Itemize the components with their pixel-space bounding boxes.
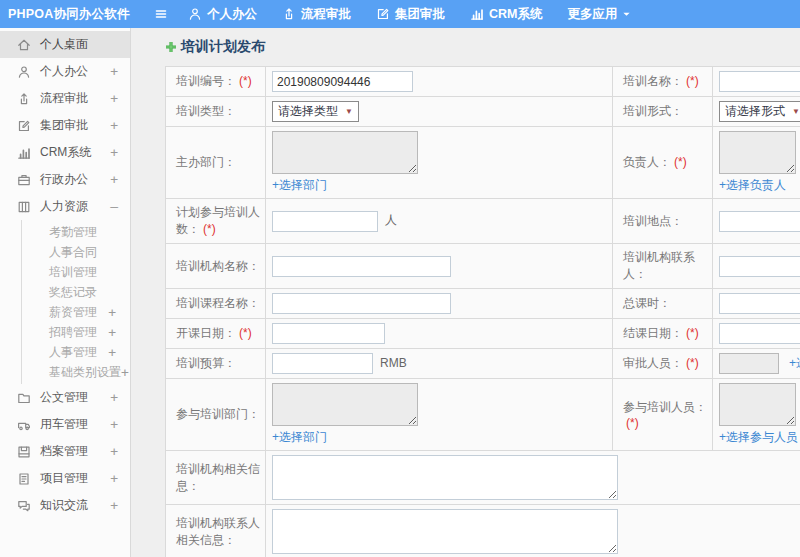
sidebar-subitem-personnel-contract[interactable]: 人事合同 bbox=[22, 242, 130, 262]
end-date-input[interactable] bbox=[719, 323, 800, 344]
sidebar-item-personal-office[interactable]: 个人办公+ bbox=[0, 58, 130, 85]
nav-personal-office[interactable]: 个人办公 bbox=[188, 6, 257, 23]
sidebar-sublist-human-resources: 考勤管理人事合同培训管理奖惩记录薪资管理+招聘管理+人事管理+基础类别设置+ bbox=[21, 220, 130, 384]
sidebar-item-group-approval[interactable]: 集团审批+ bbox=[0, 112, 130, 139]
edit-icon bbox=[17, 119, 31, 133]
approver-label: 审批人员：(*) bbox=[613, 349, 713, 379]
training-org-contact-input[interactable] bbox=[719, 256, 800, 277]
sidebar-label-workflow-approval: 流程审批 bbox=[40, 90, 110, 107]
person-in-charge-picker-link[interactable]: +选择负责人 bbox=[719, 178, 786, 192]
end-date-label-text: 结课日期： bbox=[623, 326, 683, 340]
expand-icon: + bbox=[121, 365, 129, 380]
participating-staff-picker-link[interactable]: +选择参与人员 bbox=[719, 430, 798, 444]
host-department-picker-link[interactable]: +选择部门 bbox=[272, 178, 327, 192]
nav-more-apps[interactable]: 更多应用 bbox=[567, 6, 636, 23]
approver-picker-link[interactable]: +选择审批人员 bbox=[789, 356, 800, 370]
host-department-textarea[interactable] bbox=[272, 131, 418, 174]
training-form-select-value: 请选择形式 bbox=[725, 103, 785, 120]
sidebar-subitem-reward-punishment-records[interactable]: 奖惩记录 bbox=[22, 282, 130, 302]
training-location-label: 培训地点： bbox=[613, 199, 713, 244]
sidebar-label-archive-management: 档案管理 bbox=[40, 443, 110, 460]
plus-icon bbox=[165, 41, 177, 53]
sidebar-sublabel-reward-punishment-records: 奖惩记录 bbox=[49, 284, 116, 301]
training-name-label: 培训名称：(*) bbox=[613, 67, 713, 97]
training-org-info-cell bbox=[266, 451, 800, 505]
required-mark: (*) bbox=[686, 326, 699, 340]
training-type-cell: 请选择类型▼ bbox=[266, 97, 613, 127]
training-org-contact-info-textarea[interactable] bbox=[272, 509, 618, 554]
sidebar-item-personal-desktop[interactable]: 个人桌面 bbox=[0, 31, 130, 58]
select-arrow-icon: ▼ bbox=[792, 107, 800, 116]
participating-departments-picker-link[interactable]: +选择部门 bbox=[272, 430, 327, 444]
participating-staff-cell: +选择参与人员 bbox=[713, 379, 800, 451]
required-mark: (*) bbox=[686, 74, 699, 88]
start-date-input[interactable] bbox=[272, 323, 385, 344]
training-course-name-input[interactable] bbox=[272, 293, 451, 314]
sidebar-item-human-resources[interactable]: 人力资源– bbox=[0, 193, 130, 220]
hr-icon bbox=[17, 200, 31, 214]
sidebar-label-knowledge-exchange: 知识交流 bbox=[40, 497, 110, 514]
nav-group-approval[interactable]: 集团审批 bbox=[376, 6, 445, 23]
participating-departments-label: 参与培训部门： bbox=[166, 379, 266, 451]
sidebar-label-personal-desktop: 个人桌面 bbox=[40, 36, 118, 53]
sidebar-item-workflow-approval[interactable]: 流程审批+ bbox=[0, 85, 130, 112]
person-in-charge-textarea[interactable] bbox=[719, 131, 796, 174]
expand-icon: + bbox=[110, 91, 118, 106]
sidebar-item-vehicle-management[interactable]: 用车管理+ bbox=[0, 411, 130, 438]
sidebar-subitem-recruitment-management[interactable]: 招聘管理+ bbox=[22, 322, 130, 342]
training-no-cell bbox=[266, 67, 613, 97]
end-date-label: 结课日期：(*) bbox=[613, 319, 713, 349]
form-row: 参与培训部门：+选择部门参与培训人员：(*)+选择参与人员 bbox=[166, 379, 800, 451]
archive-icon bbox=[17, 445, 31, 459]
training-form-select[interactable]: 请选择形式▼ bbox=[719, 101, 800, 122]
participating-departments-cell: +选择部门 bbox=[266, 379, 613, 451]
training-type-label: 培训类型： bbox=[166, 97, 266, 127]
approver-input[interactable] bbox=[719, 353, 779, 374]
expand-icon: + bbox=[110, 64, 118, 79]
sidebar-subitem-salary-management[interactable]: 薪资管理+ bbox=[22, 302, 130, 322]
training-plan-form: 培训编号：(*)培训名称：(*)培训类型：请选择类型▼培训形式：请选择形式▼主办… bbox=[165, 66, 800, 557]
participating-departments-textarea[interactable] bbox=[272, 383, 418, 426]
training-budget-input[interactable] bbox=[272, 353, 373, 374]
sidebar-label-document-management: 公文管理 bbox=[40, 389, 110, 406]
participating-staff-textarea[interactable] bbox=[719, 383, 796, 426]
person-in-charge-label-text: 负责人： bbox=[623, 155, 671, 169]
training-no-input[interactable] bbox=[272, 71, 413, 92]
nav-crm-system[interactable]: CRM系统 bbox=[470, 6, 542, 23]
sidebar-subitem-personnel-management[interactable]: 人事管理+ bbox=[22, 342, 130, 362]
sidebar-subitem-attendance-management[interactable]: 考勤管理 bbox=[22, 222, 130, 242]
training-type-select[interactable]: 请选择类型▼ bbox=[272, 101, 359, 122]
sidebar-item-knowledge-exchange[interactable]: 知识交流+ bbox=[0, 492, 130, 519]
form-row: 主办部门：+选择部门负责人：(*)+选择负责人 bbox=[166, 127, 800, 199]
host-department-label-text: 主办部门： bbox=[176, 155, 236, 169]
sidebar-item-administrative-office[interactable]: 行政办公+ bbox=[0, 166, 130, 193]
home-icon bbox=[17, 38, 31, 52]
training-org-contact-info-label: 培训机构联系人相关信息： bbox=[166, 505, 266, 557]
sidebar-subitem-basic-category-settings[interactable]: 基础类别设置+ bbox=[22, 362, 130, 382]
training-location-cell bbox=[713, 199, 800, 244]
training-name-input[interactable] bbox=[719, 71, 800, 92]
menu-toggle-button[interactable] bbox=[154, 7, 168, 21]
sidebar-subitem-training-management[interactable]: 培训管理 bbox=[22, 262, 130, 282]
form-row: 开课日期：(*)结课日期：(*) bbox=[166, 319, 800, 349]
form-row: 培训机构名称：培训机构联系人： bbox=[166, 244, 800, 289]
start-date-label-text: 开课日期： bbox=[176, 326, 236, 340]
sidebar: 个人桌面个人办公+流程审批+集团审批+CRM系统+行政办公+人力资源–考勤管理人… bbox=[0, 28, 131, 557]
sidebar-label-vehicle-management: 用车管理 bbox=[40, 416, 110, 433]
required-mark: (*) bbox=[239, 74, 252, 88]
training-org-name-input[interactable] bbox=[272, 256, 451, 277]
training-course-name-label: 培训课程名称： bbox=[166, 289, 266, 319]
sidebar-item-document-management[interactable]: 公文管理+ bbox=[0, 384, 130, 411]
nav-workflow-approval[interactable]: 流程审批 bbox=[282, 6, 351, 23]
training-location-input[interactable] bbox=[719, 211, 800, 232]
form-row: 培训预算：RMB审批人员：(*)+选择审批人员 bbox=[166, 349, 800, 379]
expand-icon: + bbox=[110, 498, 118, 513]
planned-participant-count-input[interactable] bbox=[272, 211, 378, 232]
total-class-hours-input[interactable] bbox=[719, 293, 800, 314]
sidebar-item-crm-system[interactable]: CRM系统+ bbox=[0, 139, 130, 166]
sidebar-item-project-management[interactable]: 项目管理+ bbox=[0, 465, 130, 492]
hamburger-icon bbox=[154, 7, 168, 21]
form-row: 计划参与培训人数：(*)人培训地点： bbox=[166, 199, 800, 244]
training-org-info-textarea[interactable] bbox=[272, 455, 618, 500]
sidebar-item-archive-management[interactable]: 档案管理+ bbox=[0, 438, 130, 465]
